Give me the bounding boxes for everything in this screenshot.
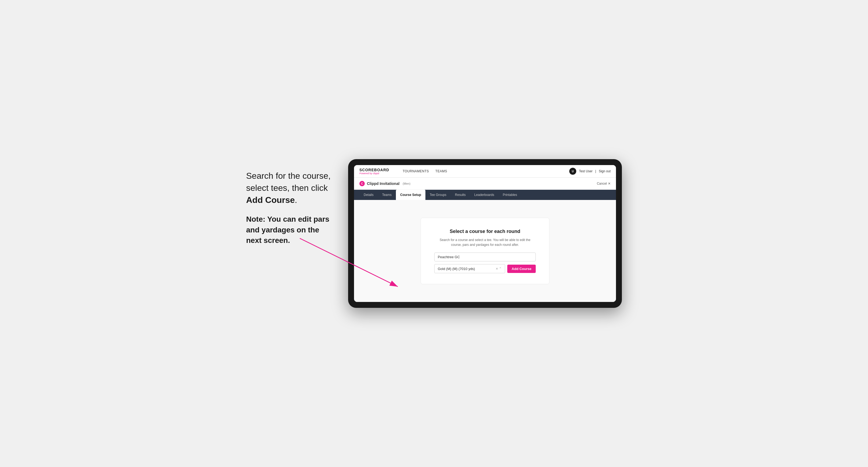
brand: SCOREBOARD Powered by clippd [360,168,389,175]
tab-course-setup[interactable]: Course Setup [396,190,426,200]
tournament-title: C Clippd Invitational (Men) [360,181,410,186]
avatar: U [569,168,576,175]
main-content: Select a course for each round Search fo… [354,200,616,302]
tee-selector-row: Gold (M) (M) (7010 yds) × ⌃ Add Course [434,264,536,273]
card-description: Search for a course and select a tee. Yo… [434,238,536,247]
nav-tournaments[interactable]: TOURNAMENTS [403,169,429,173]
username: Test User [579,169,593,173]
tab-tee-groups[interactable]: Tee Groups [426,190,451,200]
instruction-bold: Add Course [246,195,295,205]
top-nav-left: SCOREBOARD Powered by clippd TOURNAMENTS… [360,168,447,175]
instruction-panel: Search for the course, select tees, then… [246,159,332,254]
brand-title: SCOREBOARD [360,168,389,172]
tab-teams[interactable]: Teams [378,190,396,200]
cancel-button[interactable]: Cancel ✕ [597,182,611,185]
instruction-note: Note: You can edit pars and yardages on … [246,214,332,246]
course-setup-card: Select a course for each round Search fo… [421,218,550,284]
tee-controls: × ⌃ [496,267,502,271]
tablet-screen: SCOREBOARD Powered by clippd TOURNAMENTS… [354,165,616,302]
sign-out-link[interactable]: Sign out [599,169,611,173]
sub-nav: Details Teams Course Setup Tee Groups Re… [354,190,616,200]
top-nav-right: U Test User | Sign out [569,168,611,175]
tab-details[interactable]: Details [360,190,378,200]
tab-results[interactable]: Results [451,190,470,200]
course-search-input[interactable] [434,253,536,261]
tournament-badge: (Men) [403,182,410,185]
nav-links: TOURNAMENTS TEAMS [403,169,447,173]
instruction-main: Search for the course, select tees, then… [246,170,332,206]
tee-select-text: Gold (M) (M) (7010 yds) [438,267,475,271]
clippd-logo: C [360,181,365,186]
tournament-name: Clippd Invitational [367,181,399,186]
separator: | [595,169,596,173]
card-title: Select a course for each round [434,229,536,234]
tee-chevron-icon[interactable]: ⌃ [499,267,502,271]
tee-clear-icon[interactable]: × [496,267,498,271]
tournament-header: C Clippd Invitational (Men) Cancel ✕ [354,178,616,190]
tee-select[interactable]: Gold (M) (M) (7010 yds) × ⌃ [434,264,505,273]
tablet-frame: SCOREBOARD Powered by clippd TOURNAMENTS… [348,159,622,308]
add-course-button[interactable]: Add Course [507,264,536,273]
tab-leaderboards[interactable]: Leaderboards [470,190,498,200]
top-nav: SCOREBOARD Powered by clippd TOURNAMENTS… [354,165,616,178]
brand-sub: Powered by clippd [360,172,389,175]
tablet-wrapper: SCOREBOARD Powered by clippd TOURNAMENTS… [348,159,622,308]
tab-printables[interactable]: Printables [498,190,521,200]
nav-teams[interactable]: TEAMS [435,169,447,173]
